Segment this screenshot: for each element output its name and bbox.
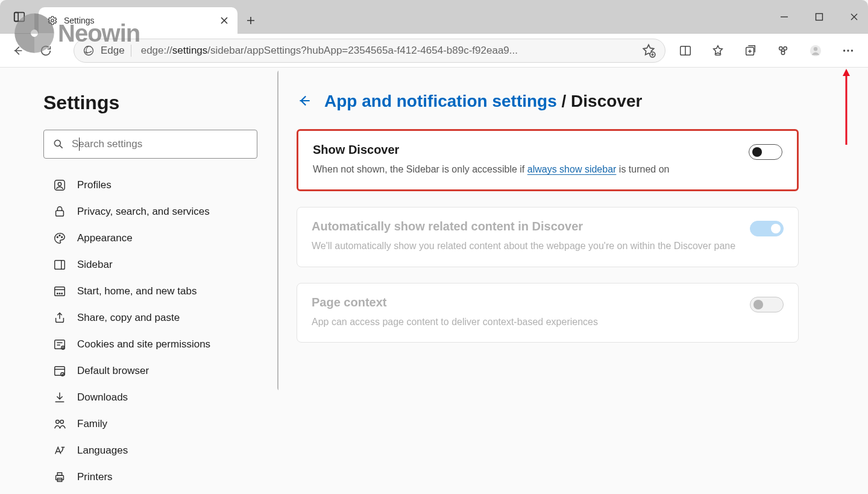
vertical-tabs-button[interactable] bbox=[0, 0, 39, 34]
edge-icon bbox=[83, 45, 95, 57]
svg-point-26 bbox=[59, 293, 60, 294]
cookies-icon bbox=[53, 338, 66, 351]
back-button[interactable] bbox=[6, 39, 30, 63]
lock-icon bbox=[53, 205, 66, 218]
window-controls bbox=[775, 0, 863, 34]
sidebar-item-printers[interactable]: Printers bbox=[43, 464, 278, 490]
sidebar-item-privacy[interactable]: Privacy, search, and services bbox=[43, 198, 278, 225]
card-title: Automatically show related content in Di… bbox=[312, 220, 784, 233]
toggle-page-context[interactable] bbox=[750, 297, 784, 312]
language-icon bbox=[53, 444, 66, 457]
sidebar-item-profiles[interactable]: Profiles bbox=[43, 172, 278, 198]
extensions-icon[interactable] bbox=[773, 40, 793, 61]
svg-point-20 bbox=[57, 236, 58, 238]
svg-rect-0 bbox=[14, 13, 25, 22]
maximize-button[interactable] bbox=[810, 8, 828, 26]
start-icon bbox=[53, 285, 66, 298]
side-menu: Profiles Privacy, search, and services A… bbox=[43, 172, 278, 490]
card-page-context: Page context App can access page content… bbox=[297, 283, 799, 343]
close-window-button[interactable] bbox=[845, 8, 863, 26]
svg-rect-23 bbox=[55, 261, 65, 270]
svg-point-10 bbox=[781, 51, 785, 54]
breadcrumb-separator: / bbox=[562, 92, 571, 110]
favorites-icon[interactable] bbox=[708, 40, 728, 61]
svg-rect-35 bbox=[57, 473, 61, 476]
sidebar-item-label: Downloads bbox=[77, 391, 128, 404]
split-screen-icon[interactable] bbox=[675, 40, 696, 61]
sidebar-item-downloads[interactable]: Downloads bbox=[43, 384, 278, 411]
sidebar-item-label: Appearance bbox=[77, 232, 133, 244]
sidebar-item-label: Profiles bbox=[77, 179, 112, 191]
minimize-button[interactable] bbox=[775, 8, 793, 26]
search-icon bbox=[52, 138, 64, 150]
card-title: Page context bbox=[312, 296, 784, 309]
new-tab-button[interactable] bbox=[237, 7, 264, 34]
tabs-icon bbox=[13, 10, 26, 24]
breadcrumb-current: Discover bbox=[571, 92, 642, 110]
toggle-show-discover[interactable] bbox=[749, 144, 782, 160]
search-input[interactable] bbox=[72, 138, 248, 150]
svg-rect-1 bbox=[14, 13, 18, 22]
sidebar-item-label: Default browser bbox=[77, 365, 149, 377]
card-auto-related: Automatically show related content in Di… bbox=[297, 207, 799, 267]
always-show-sidebar-link[interactable]: always show sidebar bbox=[527, 164, 617, 174]
breadcrumb-link[interactable]: App and notification settings bbox=[324, 92, 557, 110]
share-icon bbox=[53, 311, 66, 325]
breadcrumb: App and notification settings / Discover bbox=[297, 92, 844, 111]
sidebar-item-languages[interactable]: Languages bbox=[43, 437, 278, 464]
profiles-icon bbox=[53, 179, 66, 192]
svg-rect-3 bbox=[816, 14, 823, 21]
sidebar-icon bbox=[53, 258, 66, 271]
palette-icon bbox=[53, 232, 66, 245]
svg-point-4 bbox=[84, 46, 93, 55]
browser-icon bbox=[53, 364, 66, 378]
toolbar: Edge edge://settings/sidebar/appSettings… bbox=[0, 34, 868, 68]
svg-point-14 bbox=[847, 49, 849, 51]
sidebar-item-label: Printers bbox=[77, 471, 113, 483]
sidebar-item-sidebar[interactable]: Sidebar bbox=[43, 252, 278, 278]
refresh-button[interactable] bbox=[34, 39, 58, 63]
family-icon bbox=[53, 417, 66, 431]
content: Settings Profiles Privacy, search, and s… bbox=[0, 68, 868, 494]
svg-point-21 bbox=[59, 235, 60, 236]
toolbar-right bbox=[675, 40, 862, 61]
gear-icon bbox=[47, 15, 58, 26]
profile-icon[interactable] bbox=[805, 40, 826, 61]
collections-icon[interactable] bbox=[740, 40, 761, 61]
sidebar-item-label: Privacy, search, and services bbox=[77, 206, 210, 218]
sidebar-item-appearance[interactable]: Appearance bbox=[43, 225, 278, 252]
svg-rect-19 bbox=[56, 211, 64, 216]
address-bar[interactable]: Edge edge://settings/sidebar/appSettings… bbox=[74, 39, 665, 63]
svg-point-22 bbox=[61, 236, 63, 238]
sidebar-item-label: Cookies and site permissions bbox=[77, 338, 210, 350]
browser-tab[interactable]: Settings bbox=[39, 7, 237, 34]
address-label: Edge bbox=[101, 45, 131, 57]
svg-point-33 bbox=[60, 420, 64, 424]
printer-icon bbox=[53, 470, 66, 484]
breadcrumb-back-button[interactable] bbox=[297, 93, 313, 110]
sidebar-item-share[interactable]: Share, copy and paste bbox=[43, 305, 278, 331]
main-panel: App and notification settings / Discover… bbox=[278, 68, 868, 494]
svg-point-16 bbox=[54, 140, 60, 146]
close-tab-button[interactable] bbox=[219, 16, 229, 25]
sidebar-item-default-browser[interactable]: Default browser bbox=[43, 358, 278, 384]
svg-point-27 bbox=[61, 293, 62, 294]
sidebar-item-start[interactable]: Start, home, and new tabs bbox=[43, 278, 278, 305]
card-show-discover: Show Discover When not shown, the Sideba… bbox=[297, 129, 799, 191]
svg-point-15 bbox=[851, 49, 853, 51]
tab-title: Settings bbox=[64, 16, 213, 25]
svg-point-13 bbox=[843, 49, 845, 51]
more-menu-icon[interactable] bbox=[838, 40, 858, 61]
settings-title: Settings bbox=[43, 92, 278, 114]
download-icon bbox=[53, 391, 66, 404]
url-text: edge://settings/sidebar/appSettings?hubA… bbox=[141, 45, 635, 57]
search-settings[interactable] bbox=[43, 130, 257, 159]
card-title: Show Discover bbox=[313, 143, 782, 157]
sidebar-item-label: Sidebar bbox=[77, 259, 113, 271]
favorite-icon[interactable] bbox=[641, 43, 656, 59]
card-description: When not shown, the Sidebar is only acce… bbox=[313, 163, 782, 176]
sidebar-item-cookies[interactable]: Cookies and site permissions bbox=[43, 331, 278, 358]
toggle-auto-related[interactable] bbox=[750, 221, 784, 236]
sidebar-item-family[interactable]: Family bbox=[43, 411, 278, 437]
svg-point-18 bbox=[58, 182, 61, 186]
